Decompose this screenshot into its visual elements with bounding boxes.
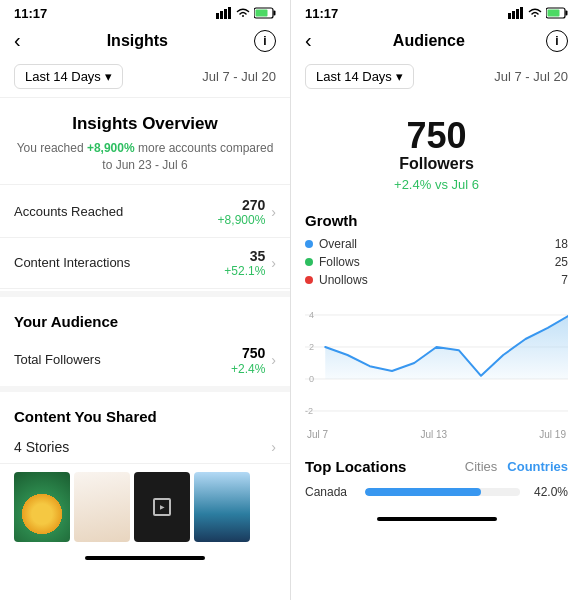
followers-hero: 750 Followers +2.4% vs Jul 6 — [291, 95, 582, 202]
growth-chart-svg: 4 2 0 -2 — [305, 295, 568, 425]
svg-rect-12 — [566, 10, 568, 15]
home-indicator-right — [377, 517, 497, 521]
home-indicator-left — [85, 556, 205, 560]
accounts-reached-row[interactable]: Accounts Reached 270 +8,900% › — [0, 187, 290, 238]
back-button-left[interactable]: ‹ — [14, 29, 21, 52]
back-button-right[interactable]: ‹ — [305, 29, 312, 52]
signal-icon — [216, 7, 232, 21]
unfollows-value: 7 — [561, 273, 568, 287]
followers-value: 750 — [242, 345, 265, 361]
unfollows-label: Unollows — [319, 273, 368, 287]
story-thumb-4[interactable] — [194, 472, 250, 542]
overall-dot — [305, 240, 313, 248]
legend-overall: Overall 18 — [305, 237, 568, 251]
location-name-canada: Canada — [305, 485, 357, 499]
svg-rect-13 — [548, 9, 560, 16]
battery-icon-right — [546, 7, 568, 21]
accounts-reached-change: +8,900% — [218, 213, 266, 227]
svg-rect-9 — [516, 9, 519, 19]
svg-text:0: 0 — [309, 374, 314, 384]
followers-hero-label: Followers — [305, 155, 568, 173]
follows-dot — [305, 258, 313, 266]
svg-rect-5 — [274, 10, 276, 15]
location-canada: Canada 42.0% — [305, 485, 568, 499]
audience-section-header: Your Audience — [0, 299, 290, 336]
insights-overview: Insights Overview You reached +8,900% mo… — [0, 100, 290, 182]
x-label-2: Jul 13 — [420, 429, 447, 440]
story-thumb-3[interactable] — [134, 472, 190, 542]
svg-rect-2 — [224, 9, 227, 19]
follows-label: Follows — [319, 255, 360, 269]
date-filter-left[interactable]: Last 14 Days ▾ — [14, 64, 123, 89]
status-bar-right: 11:17 — [291, 0, 582, 23]
content-interactions-row[interactable]: Content Interactions 35 +52.1% › — [0, 238, 290, 289]
followers-label: Total Followers — [14, 352, 101, 367]
date-range-right: Jul 7 - Jul 20 — [494, 69, 568, 84]
stories-row[interactable]: 4 Stories › — [0, 431, 290, 464]
unfollows-dot — [305, 276, 313, 284]
svg-rect-0 — [216, 13, 219, 19]
followers-hero-change: +2.4% vs Jul 6 — [305, 177, 568, 192]
story-thumb-1[interactable] — [14, 472, 70, 542]
time-right: 11:17 — [305, 6, 338, 21]
page-title-right: Audience — [393, 32, 465, 50]
content-interactions-value: 35 — [224, 248, 265, 264]
chevron-icon-2: › — [271, 255, 276, 271]
chevron-icon: › — [271, 204, 276, 220]
svg-rect-1 — [220, 11, 223, 19]
page-title-left: Insights — [107, 32, 168, 50]
x-label-1: Jul 7 — [307, 429, 328, 440]
growth-title: Growth — [305, 212, 568, 229]
growth-legend: Overall 18 Follows 25 Unollows 7 — [305, 237, 568, 287]
svg-rect-7 — [508, 13, 511, 19]
nav-bar-right: ‹ Audience i — [291, 23, 582, 58]
story-thumb-2[interactable] — [74, 472, 130, 542]
status-icons-left — [216, 7, 276, 21]
status-bar-left: 11:17 — [0, 0, 290, 23]
filter-row-left: Last 14 Days ▾ Jul 7 - Jul 20 — [0, 58, 290, 95]
svg-rect-3 — [228, 7, 231, 19]
svg-text:2: 2 — [309, 342, 314, 352]
top-locations-section: Top Locations Cities Countries Canada 42… — [291, 450, 582, 511]
total-followers-row[interactable]: Total Followers 750 +2.4% › — [0, 336, 290, 384]
wifi-icon-right — [528, 8, 542, 20]
battery-icon-left — [254, 7, 276, 21]
locations-title: Top Locations — [305, 458, 406, 475]
svg-text:4: 4 — [309, 310, 314, 320]
content-section-header: Content You Shared — [0, 394, 290, 431]
followers-change: +2.4% — [231, 362, 265, 376]
accounts-reached-label: Accounts Reached — [14, 204, 123, 219]
chevron-icon-4: › — [271, 439, 276, 455]
followers-number: 750 — [305, 115, 568, 157]
content-interactions-label: Content Interactions — [14, 255, 130, 270]
overall-value: 18 — [555, 237, 568, 251]
status-icons-right — [508, 7, 568, 21]
signal-icon-right — [508, 7, 524, 21]
filter-row-right: Last 14 Days ▾ Jul 7 - Jul 20 — [291, 58, 582, 95]
nav-bar-left: ‹ Insights i — [0, 23, 290, 58]
content-interactions-change: +52.1% — [224, 264, 265, 278]
overview-heading: Insights Overview — [14, 114, 276, 134]
legend-unfollows: Unollows 7 — [305, 273, 568, 287]
svg-rect-6 — [256, 9, 268, 16]
legend-follows: Follows 25 — [305, 255, 568, 269]
growth-chart: 4 2 0 -2 — [305, 295, 568, 425]
svg-text:-2: -2 — [305, 406, 313, 416]
x-label-3: Jul 19 — [539, 429, 566, 440]
date-range-left: Jul 7 - Jul 20 — [202, 69, 276, 84]
chevron-icon-3: › — [271, 352, 276, 368]
date-filter-right[interactable]: Last 14 Days ▾ — [305, 64, 414, 89]
story-thumbnails — [0, 464, 290, 550]
follows-value: 25 — [555, 255, 568, 269]
tab-countries[interactable]: Countries — [507, 459, 568, 474]
locations-tabs: Cities Countries — [465, 459, 568, 474]
tab-cities[interactable]: Cities — [465, 459, 498, 474]
info-button-left[interactable]: i — [254, 30, 276, 52]
locations-header: Top Locations Cities Countries — [305, 458, 568, 475]
info-button-right[interactable]: i — [546, 30, 568, 52]
growth-section: Growth Overall 18 Follows 25 Unollo — [291, 202, 582, 450]
svg-rect-8 — [512, 11, 515, 19]
right-panel: 11:17 ‹ Audience i Last 14 Days ▾ Jul 7 … — [291, 0, 582, 600]
overall-label: Overall — [319, 237, 357, 251]
svg-rect-10 — [520, 7, 523, 19]
